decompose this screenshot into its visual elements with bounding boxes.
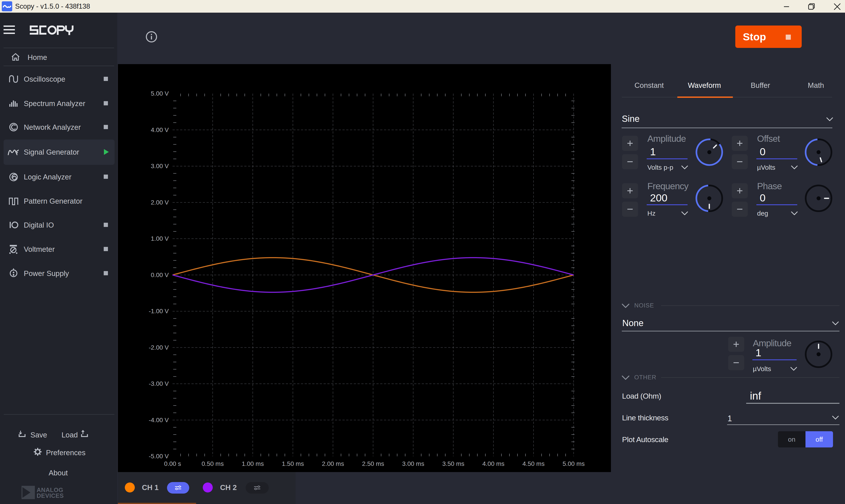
svg-text:3.00 V: 3.00 V	[151, 163, 169, 169]
svg-text:-5.00 V: -5.00 V	[149, 453, 169, 460]
svg-text:-4.00 V: -4.00 V	[149, 417, 169, 424]
svg-text:-3.00 V: -3.00 V	[149, 380, 169, 387]
svg-text:1.50 ms: 1.50 ms	[282, 460, 304, 467]
svg-text:3.50 ms: 3.50 ms	[442, 460, 464, 467]
svg-text:4.00 ms: 4.00 ms	[482, 460, 504, 467]
svg-text:0.00 V: 0.00 V	[151, 271, 169, 278]
svg-text:3.00 ms: 3.00 ms	[402, 460, 425, 467]
svg-text:1.00 V: 1.00 V	[151, 235, 169, 242]
svg-text:4.00 V: 4.00 V	[151, 126, 169, 133]
svg-text:5.00 ms: 5.00 ms	[563, 460, 585, 467]
svg-text:4.50 ms: 4.50 ms	[522, 460, 545, 467]
svg-text:0.50 ms: 0.50 ms	[202, 460, 224, 467]
svg-text:2.00 V: 2.00 V	[151, 199, 169, 206]
svg-text:5.00 V: 5.00 V	[151, 90, 169, 97]
svg-text:2.50 ms: 2.50 ms	[362, 460, 384, 467]
svg-text:-2.00 V: -2.00 V	[149, 344, 169, 351]
svg-text:1.00 ms: 1.00 ms	[242, 460, 264, 467]
svg-text:-1.00 V: -1.00 V	[149, 308, 169, 314]
svg-text:2.00 ms: 2.00 ms	[322, 460, 344, 467]
svg-text:0.00 s: 0.00 s	[164, 460, 181, 467]
